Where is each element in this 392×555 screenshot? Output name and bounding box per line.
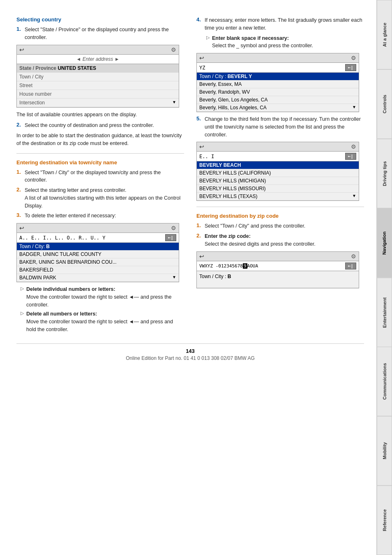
bullet-blank-space: ▷ Enter blank space if necessary: Select… — [202, 35, 364, 50]
keyboard-row-5: VWXYZ -0123456789AOUA ←| — [197, 261, 359, 271]
entering-zip-heading: Entering destination by zip code — [196, 213, 364, 219]
enter-btn-4: ←| — [345, 153, 356, 160]
divider-2 — [196, 207, 364, 207]
tab-at-a-glance[interactable]: At a glance — [377, 0, 392, 69]
tab-driving-tips[interactable]: Driving tips — [377, 139, 392, 208]
step1-text: Select "State / Province" or the display… — [25, 26, 184, 41]
step1-item: 1. Select "State / Province" or the disp… — [16, 26, 184, 41]
step5-num: 5. — [196, 115, 202, 138]
nav-box-beverly: ↩ ⚙ E.. I ←| BEVERLY BEACH BEVERLY HILLS… — [196, 142, 359, 201]
blank-space-text: Select the _ symbol and press the contro… — [212, 43, 313, 48]
keyboard-row-4: E.. I ←| — [197, 152, 359, 161]
town-step2-item: 2. Select the starting letter and press … — [16, 187, 184, 210]
baldwin-row: BALDWIN PARK ▼ — [17, 274, 179, 282]
back-icon-3: ↩ — [199, 55, 204, 61]
bakersfield-row: BAKERSFIELD — [17, 266, 179, 274]
bullet1-item: ▷ Delete individual numbers or letters: … — [16, 286, 184, 309]
bullet-arrow-1: ▷ — [21, 286, 24, 309]
step4-item: 4. If necessary, enter more letters. The… — [196, 16, 364, 32]
beverly-hills-mo-row: BEVERLY HILLS (MISSOURI) — [197, 185, 359, 193]
nav-box-header-3: ↩ ⚙ — [197, 53, 359, 63]
settings-icon-2: ⚙ — [171, 225, 176, 231]
zip-step1-item: 1. Select "Town / City" and press the co… — [196, 222, 364, 230]
town-city-selected-row: Town / City: B — [17, 243, 179, 251]
badger-row: BADGER, UNINC TULARE COUNTY — [17, 251, 179, 258]
back-icon-2: ↩ — [19, 225, 24, 231]
back-icon-1: ↩ — [19, 46, 24, 53]
country-para1: The list of available countries appears … — [16, 111, 184, 119]
step5-text: Change to the third field from the top i… — [205, 115, 364, 138]
house-number-row-1: House number — [17, 90, 179, 99]
beverly-hills-la-row: Beverly, Hills, Los Angeles, CA ▼ — [197, 104, 359, 112]
nav-box-town: ↩ ⚙ A.. E.. I.. L.. O.. R.. U.. Y ←| Tow… — [16, 223, 179, 282]
page-number: 143 — [16, 348, 364, 354]
town-step1-text: Select "Town / City" or the displayed to… — [25, 169, 184, 184]
nav-input-1: ◄ Enter address ► — [17, 55, 179, 64]
step1-num: 1. — [16, 26, 22, 41]
settings-icon-3: ⚙ — [351, 55, 356, 61]
town-beverl-row: Town / City : BEVERL Y — [197, 73, 359, 81]
nav-box-header-1: ↩ ⚙ — [17, 45, 179, 55]
town-step3-num: 3. — [16, 212, 22, 220]
state-label: State / Province — [19, 65, 56, 71]
bullet2-title: Delete all numbers or letters: — [26, 311, 97, 317]
zip-step2-num: 2. — [196, 233, 202, 248]
zip-town-row: Town / City : B — [197, 271, 359, 288]
step4-text: If necessary, enter more letters. The li… — [205, 17, 362, 31]
nav-box-zip: ↩ ⚙ VWXYZ -0123456789AOUA ←| Town / City… — [196, 251, 359, 288]
divider-1 — [16, 153, 184, 154]
bullet-arrow-3: ▷ — [206, 35, 210, 50]
zip-step2-text: Select the desired digits and press the … — [205, 241, 316, 247]
tab-navigation[interactable]: Navigation — [377, 208, 392, 278]
tab-controls[interactable]: Controls — [377, 69, 392, 139]
back-icon-4: ↩ — [199, 143, 204, 150]
settings-icon-4: ⚙ — [351, 143, 356, 150]
tab-mobility[interactable]: Mobility — [377, 416, 392, 486]
beverly-essex-row: Beverly, Essex, MA — [197, 81, 359, 88]
nav-box-header-2: ↩ ⚙ — [17, 223, 179, 233]
town-step1-item: 1. Select "Town / City" or the displayed… — [16, 169, 184, 184]
keyboard-row-3: YZ ←| — [197, 63, 359, 73]
intersection-row-1: Intersection ▼ — [17, 99, 179, 107]
settings-icon-1: ⚙ — [171, 46, 176, 53]
step2-text: Select the country of destination and pr… — [25, 122, 154, 129]
entering-town-heading: Entering destination via town/city name — [16, 159, 184, 166]
tab-entertainment[interactable]: Entertainment — [377, 278, 392, 347]
beverly-glen-row: Beverly, Glen, Los Angeles, CA — [197, 96, 359, 104]
tab-reference[interactable]: Reference — [377, 486, 392, 555]
back-icon-5: ↩ — [199, 253, 204, 260]
step2-item: 2. Select the country of destination and… — [16, 122, 184, 129]
bullet2-text: Move the controller toward the right to … — [26, 319, 173, 332]
nav-box-header-4: ↩ ⚙ — [197, 142, 359, 152]
settings-icon-5: ⚙ — [351, 253, 356, 260]
bullet1-title: Delete individual numbers or letters: — [26, 286, 115, 292]
beverly-beach-row: BEVERLY BEACH — [197, 161, 359, 169]
baker-row: BAKER, UNINC SAN BERNARDINO COU... — [17, 258, 179, 266]
step5-item: 5. Change to the third field from the to… — [196, 115, 364, 138]
step4-section: 4. If necessary, enter more letters. The… — [196, 16, 364, 201]
enter-btn-2: ←| — [165, 234, 176, 241]
zip-step2-item: 2. Enter the zip code: Select the desire… — [196, 233, 364, 248]
street-row-1: Street — [17, 81, 179, 90]
footer-text: Online Edition for Part no. 01 41 0 013 … — [16, 355, 364, 361]
town-step1-num: 1. — [16, 169, 22, 184]
zip-step1-text: Select "Town / City" and press the contr… — [205, 222, 305, 230]
selecting-country-heading: Selecting country — [16, 16, 184, 23]
beverly-randolph-row: Beverly, Randolph, WV — [197, 88, 359, 96]
state-value: UNITED STATES — [56, 65, 96, 71]
enter-btn-3: ←| — [345, 64, 356, 71]
blank-space-title: Enter blank space if necessary: — [212, 35, 289, 41]
beverly-hills-mi-row: BEVERLY HILLS (MICHIGAN) — [197, 177, 359, 185]
country-para2: In order to be able to start the destina… — [16, 132, 184, 147]
state-province-row: State / Province UNITED STATES — [17, 64, 179, 73]
town-step2-note: A list of all towns/cities starting with… — [25, 195, 180, 209]
zip-step2-title: Enter the zip code: — [205, 233, 251, 239]
nav-box-header-5: ↩ ⚙ — [197, 252, 359, 261]
page-footer: 143 Online Edition for Part no. 01 41 0 … — [16, 343, 364, 365]
entering-zip-section: Entering destination by zip code 1. Sele… — [196, 213, 364, 288]
town-city-row-1: Town / City — [17, 73, 179, 81]
town-step3-text: To delete the letter entered if necessar… — [25, 212, 116, 220]
tab-communications[interactable]: Communications — [377, 347, 392, 416]
nav-box-beverl: ↩ ⚙ YZ ←| Town / City : BEVERL Y Beverly… — [196, 53, 359, 112]
beverly-hills-ca-row: BEVERLY HILLS (CALIFORNIA) — [197, 169, 359, 177]
